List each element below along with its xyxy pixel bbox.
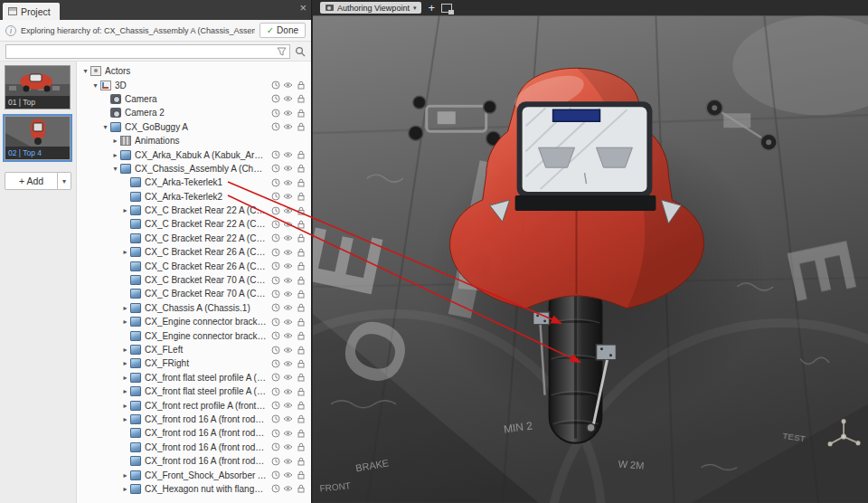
tree-row[interactable]: CX_Arka-Tekerlek1 xyxy=(77,176,311,189)
eye-icon[interactable] xyxy=(283,261,293,270)
eye-icon[interactable] xyxy=(283,484,293,493)
capture-viewpoint-icon[interactable] xyxy=(441,4,452,13)
filter-icon[interactable] xyxy=(277,47,287,56)
tree-row[interactable]: CX_C Bracket Rear 70 A (C Bracket Rear 7… xyxy=(77,273,311,287)
search-icon[interactable] xyxy=(295,46,306,57)
history-icon[interactable] xyxy=(270,318,280,327)
tree-row[interactable]: ▸CX_Arka_Kabuk A (Kabuk_Arka.1) xyxy=(77,147,311,161)
history-icon[interactable] xyxy=(270,94,280,103)
lock-icon[interactable] xyxy=(296,248,306,257)
eye-icon[interactable] xyxy=(283,373,293,382)
tree-row[interactable]: CX_C Bracket Rear 22 A (C Bracket Rear 2… xyxy=(77,217,311,231)
lock-icon[interactable] xyxy=(296,346,306,355)
lock-icon[interactable] xyxy=(296,109,306,118)
tree-row[interactable]: ▸CX_Chassis A (Chassis.1) xyxy=(77,301,311,315)
tree-row[interactable]: Camera 2 xyxy=(77,106,311,119)
viewpoint-thumbnail-1[interactable]: 01 | Top xyxy=(5,65,71,109)
history-icon[interactable] xyxy=(270,276,280,285)
tree-row[interactable]: ▾Actors xyxy=(77,64,311,78)
tree-row[interactable]: ▸CX_front rod 16 A (front rod 16.1) xyxy=(77,413,311,426)
collapse-arrow-icon[interactable]: ▾ xyxy=(110,165,120,173)
history-icon[interactable] xyxy=(270,122,280,131)
collapse-arrow-icon[interactable]: ▾ xyxy=(80,67,90,75)
expand-arrow-icon[interactable]: ▸ xyxy=(120,374,130,382)
authoring-viewpoint-dropdown[interactable]: Authoring Viewpoint ▾ xyxy=(320,2,421,14)
lock-icon[interactable] xyxy=(296,457,306,466)
history-icon[interactable] xyxy=(270,233,280,242)
tree-row[interactable]: ▸CX_front flat steel profile A (front fl… xyxy=(77,384,311,398)
history-icon[interactable] xyxy=(270,303,280,312)
eye-icon[interactable] xyxy=(283,109,293,118)
tab-project[interactable]: Project xyxy=(3,3,60,20)
done-button[interactable]: ✓ Done xyxy=(259,23,306,38)
history-icon[interactable] xyxy=(270,192,280,201)
tree-row[interactable]: CX_C Bracket Rear 22 A (C Bracket Rear 2… xyxy=(77,232,311,245)
history-icon[interactable] xyxy=(270,457,280,466)
eye-icon[interactable] xyxy=(283,233,293,242)
tree-row[interactable]: CX_front rod 16 A (front rod 16.4) xyxy=(77,454,311,468)
lock-icon[interactable] xyxy=(296,359,306,368)
history-icon[interactable] xyxy=(270,401,280,410)
add-viewpoint-plus-button[interactable]: + xyxy=(428,2,435,14)
tree-row[interactable]: CX_front rod 16 A (front rod 16.2) xyxy=(77,426,311,440)
expand-arrow-icon[interactable]: ▸ xyxy=(110,137,120,145)
expand-arrow-icon[interactable]: ▸ xyxy=(120,346,130,354)
history-icon[interactable] xyxy=(270,206,280,215)
lock-icon[interactable] xyxy=(296,150,306,159)
tree-row[interactable]: CX_C Bracket Rear 26 A (C Bracket Rear 2… xyxy=(77,259,311,272)
lock-icon[interactable] xyxy=(296,331,306,340)
lock-icon[interactable] xyxy=(296,373,306,382)
eye-icon[interactable] xyxy=(283,150,293,159)
expand-arrow-icon[interactable]: ▸ xyxy=(120,415,130,423)
history-icon[interactable] xyxy=(270,248,280,257)
lock-icon[interactable] xyxy=(296,206,306,215)
eye-icon[interactable] xyxy=(283,122,293,131)
history-icon[interactable] xyxy=(270,220,280,229)
eye-icon[interactable] xyxy=(283,470,293,479)
lock-icon[interactable] xyxy=(296,192,306,201)
lock-icon[interactable] xyxy=(296,429,306,438)
lock-icon[interactable] xyxy=(296,401,306,410)
tree-row[interactable]: Camera xyxy=(77,92,311,106)
history-icon[interactable] xyxy=(270,429,280,438)
expand-arrow-icon[interactable]: ▸ xyxy=(120,471,130,479)
expand-arrow-icon[interactable]: ▸ xyxy=(120,304,130,312)
eye-icon[interactable] xyxy=(283,457,293,466)
history-icon[interactable] xyxy=(270,359,280,368)
tree-row[interactable]: ▸CX_C Bracket Rear 22 A (C Bracket Rear … xyxy=(77,204,311,217)
lock-icon[interactable] xyxy=(296,261,306,270)
tree-row[interactable]: ▸CX_Hexagon nut with flange - Product gr… xyxy=(77,482,311,496)
collapse-arrow-icon[interactable]: ▾ xyxy=(100,123,110,131)
history-icon[interactable] xyxy=(270,331,280,340)
eye-icon[interactable] xyxy=(283,359,293,368)
eye-icon[interactable] xyxy=(283,248,293,257)
tree-row[interactable]: ▾CX_Chassis_Assembly A (Chassis_Assembly… xyxy=(77,162,311,176)
eye-icon[interactable] xyxy=(283,303,293,312)
eye-icon[interactable] xyxy=(283,178,293,187)
eye-icon[interactable] xyxy=(283,387,293,396)
history-icon[interactable] xyxy=(270,414,280,423)
lock-icon[interactable] xyxy=(296,178,306,187)
history-icon[interactable] xyxy=(270,109,280,118)
history-icon[interactable] xyxy=(270,289,280,299)
expand-arrow-icon[interactable]: ▸ xyxy=(120,485,130,493)
lock-icon[interactable] xyxy=(296,387,306,396)
tree-row[interactable]: ▾CX_GoBuggy A xyxy=(77,120,311,134)
expand-arrow-icon[interactable]: ▸ xyxy=(120,387,130,395)
3d-viewport-canvas[interactable]: E O P E SAFE LO MIN 2 W 2M BRAKE FRONT T… xyxy=(313,15,868,503)
history-icon[interactable] xyxy=(270,373,280,382)
tree-row[interactable]: ▾3D xyxy=(77,78,311,91)
tree-row[interactable]: ▸CX_FRight xyxy=(77,356,311,370)
eye-icon[interactable] xyxy=(283,289,293,299)
eye-icon[interactable] xyxy=(283,318,293,327)
lock-icon[interactable] xyxy=(296,94,306,103)
lock-icon[interactable] xyxy=(296,318,306,327)
expand-arrow-icon[interactable]: ▸ xyxy=(110,151,120,159)
lock-icon[interactable] xyxy=(296,289,306,299)
eye-icon[interactable] xyxy=(283,414,293,423)
collapse-arrow-icon[interactable]: ▾ xyxy=(90,81,100,90)
lock-icon[interactable] xyxy=(296,276,306,285)
lock-icon[interactable] xyxy=(296,81,306,90)
lock-icon[interactable] xyxy=(296,414,306,423)
expand-arrow-icon[interactable]: ▸ xyxy=(120,402,130,410)
